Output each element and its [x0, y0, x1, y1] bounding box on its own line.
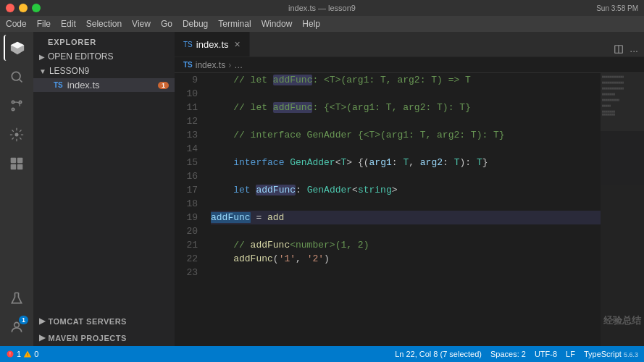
tomcat-servers-label: TOMCAT SERVERS [49, 317, 127, 326]
code-line-17: let addFunc: GenAdder<string> [211, 183, 601, 197]
status-errors[interactable]: ! 1 ! 0 [6, 350, 38, 358]
status-left: ! 1 ! 0 [6, 350, 38, 358]
minimize-button[interactable] [19, 4, 28, 12]
title-bar-right: Sun 3:58 PM [596, 4, 638, 12]
title-bar: index.ts — lesson9 Sun 3:58 PM [0, 0, 644, 16]
menu-code[interactable]: Code [6, 19, 27, 29]
sidebar-section-lesson9[interactable]: ▼ LESSON9 [33, 64, 175, 78]
code-line-15: interface GenAdder<T> {(arg1: T, arg2: T… [211, 156, 601, 169]
svg-rect-5 [11, 164, 17, 170]
breadcrumb-filename: index.ts [196, 60, 225, 70]
split-editor-icon[interactable] [614, 44, 624, 56]
code-editor[interactable]: 9 10 11 12 13 14 15 16 17 18 19 20 21 22… [175, 73, 644, 346]
extensions-activity-icon[interactable] [4, 151, 30, 177]
activity-bar: 1 [0, 32, 33, 346]
sidebar-open-editors-label: OPEN EDITORS [48, 51, 113, 62]
code-line-23 [211, 266, 601, 279]
more-actions-icon[interactable]: ··· [630, 45, 638, 56]
sidebar-maven-projects[interactable]: ▶ MAVEN PROJECTS [33, 329, 175, 346]
svg-point-2 [15, 133, 19, 137]
minimap-viewport [601, 73, 644, 131]
status-encoding[interactable]: UTF-8 [535, 350, 557, 358]
code-line-13: // interface GenAdder {<T>(arg1: T, arg2… [211, 128, 601, 142]
explorer-activity-icon[interactable] [4, 35, 30, 61]
chevron-right-icon: ▶ [39, 53, 45, 61]
code-line-12 [211, 114, 601, 128]
status-eol[interactable]: LF [566, 350, 575, 358]
status-language[interactable]: TypeScript 5.6.3 [584, 350, 638, 358]
tab-index-ts[interactable]: TS index.ts × [175, 32, 250, 56]
ts-file-icon: TS [54, 81, 63, 89]
svg-text:!: ! [9, 351, 11, 356]
svg-rect-6 [17, 164, 23, 170]
sidebar-section-open-editors[interactable]: ▶ OPEN EDITORS [33, 49, 175, 64]
maven-projects-label: MAVEN PROJECTS [49, 334, 127, 342]
svg-point-0 [12, 72, 20, 80]
flask-activity-icon[interactable] [4, 285, 30, 311]
sidebar-file-index-ts[interactable]: TS index.ts 1 [33, 78, 175, 92]
traffic-lights [6, 4, 41, 12]
line-numbers: 9 10 11 12 13 14 15 16 17 18 19 20 21 22… [175, 73, 205, 346]
sidebar-bottom: ▶ TOMCAT SERVERS ▶ MAVEN PROJECTS [33, 313, 175, 346]
status-right: Ln 22, Col 8 (7 selected) Spaces: 2 UTF-… [395, 350, 638, 358]
editor-area: TS index.ts × ··· TS index.ts › … 9 10 [175, 32, 644, 346]
breadcrumb-separator: › [228, 60, 231, 70]
menu-edit[interactable]: Edit [61, 19, 76, 29]
menu-selection[interactable]: Selection [86, 19, 122, 29]
tab-bar: TS index.ts × ··· [175, 32, 644, 57]
window-title: index.ts — lesson9 [288, 4, 356, 12]
code-line-22: addFunc('1', '2') [211, 252, 601, 266]
sidebar-tomcat-servers[interactable]: ▶ TOMCAT SERVERS [33, 313, 175, 329]
code-line-11: // let addFunc: {<T>(arg1: T, arg2: T): … [211, 101, 601, 114]
debug-activity-icon[interactable] [4, 122, 30, 148]
chevron-down-icon: ▼ [39, 67, 46, 75]
search-activity-icon[interactable] [4, 64, 30, 90]
account-activity-icon[interactable]: 1 [4, 314, 30, 340]
menu-file[interactable]: File [37, 19, 51, 29]
svg-point-7 [14, 322, 20, 327]
source-control-activity-icon[interactable] [4, 93, 30, 119]
menu-view[interactable]: View [132, 19, 151, 29]
menu-terminal[interactable]: Terminal [218, 19, 251, 29]
svg-rect-4 [17, 158, 23, 164]
close-button[interactable] [6, 4, 14, 12]
breadcrumb-path: … [234, 60, 243, 70]
activity-bar-bottom: 1 [4, 285, 30, 340]
chevron-right-icon-maven: ▶ [39, 333, 46, 342]
sidebar-lesson9-label: LESSON9 [49, 66, 89, 76]
menu-help[interactable]: Help [302, 19, 320, 29]
minimap: ████████████████████ ███████████████████… [601, 73, 644, 346]
menu-go[interactable]: Go [161, 19, 172, 29]
breadcrumb: TS index.ts › … [175, 57, 644, 73]
main-layout: 1 EXPLORER ▶ OPEN EDITORS ▼ LESSON9 TS i… [0, 32, 644, 346]
chevron-right-icon-tomcat: ▶ [39, 316, 46, 326]
menu-window[interactable]: Window [262, 19, 293, 29]
code-line-10 [211, 87, 601, 101]
code-line-16 [211, 169, 601, 183]
tab-bar-actions: ··· [608, 44, 644, 56]
maximize-button[interactable] [32, 4, 41, 12]
svg-rect-3 [11, 158, 17, 164]
status-position[interactable]: Ln 22, Col 8 (7 selected) [395, 350, 482, 358]
code-line-18 [211, 197, 601, 211]
code-line-19: addFunc = add [211, 211, 601, 224]
code-content[interactable]: // let addFunc: <T>(arg1: T, arg2: T) =>… [205, 73, 601, 346]
menu-bar: Code File Edit Selection View Go Debug T… [0, 16, 644, 32]
tab-lang-icon: TS [183, 41, 193, 49]
breadcrumb-ts-icon: TS [183, 61, 193, 69]
code-line-20 [211, 224, 601, 238]
sidebar-title: EXPLORER [33, 32, 175, 49]
code-line-14 [211, 142, 601, 156]
tab-filename: index.ts [196, 39, 229, 50]
status-bar: ! 1 ! 0 Ln 22, Col 8 (7 selected) Spaces… [0, 346, 644, 362]
svg-line-1 [20, 80, 22, 83]
tab-close-button[interactable]: × [235, 39, 241, 49]
code-line-21: // addFunc<number>(1, 2) [211, 238, 601, 252]
file-error-badge: 1 [158, 82, 169, 89]
code-line-9: // let addFunc: <T>(arg1: T, arg2: T) =>… [211, 73, 601, 87]
sidebar-filename: index.ts [67, 80, 100, 90]
status-spaces[interactable]: Spaces: 2 [490, 350, 526, 358]
activity-badge: 1 [19, 316, 28, 324]
menu-debug[interactable]: Debug [183, 19, 208, 29]
sidebar: EXPLORER ▶ OPEN EDITORS ▼ LESSON9 TS ind… [33, 32, 175, 346]
